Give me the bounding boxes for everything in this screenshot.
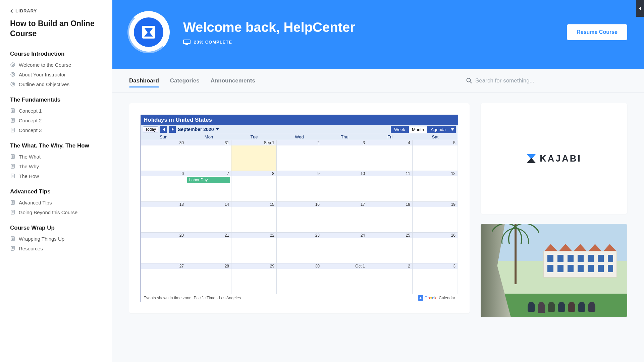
panel-collapse-handle[interactable] [636,0,644,17]
calendar-cell[interactable]: 29 [231,263,277,294]
calendar-cell-date: 2 [367,263,412,269]
calendar-cell[interactable]: 6 [141,171,186,202]
calendar-cell-date: 10 [322,171,367,176]
calendar-cell[interactable]: 4 [367,140,413,171]
calendar-cell[interactable]: 14 [186,202,231,233]
sidebar-lesson[interactable]: The Why [10,162,102,171]
calendar-cell[interactable]: 27 [141,263,186,294]
svg-point-5 [12,83,14,85]
calendar-cell-date: 12 [413,171,458,176]
search-input[interactable] [475,77,627,84]
tabs-row: DashboardCategoriesAnnouncements [112,69,644,93]
calendar-cell[interactable]: 2 [367,263,413,294]
calendar-cell[interactable]: 10 [322,171,367,202]
sidebar-lesson[interactable]: Concept 2 [10,116,102,125]
calendar-cell[interactable]: Oct 1 [322,263,367,294]
calendar-embed: Holidays in United States Today Septembe… [141,115,458,302]
calendar-cell[interactable]: 18 [367,202,413,233]
sidebar-lesson[interactable]: Outline and Objectives [10,79,102,89]
calendar-cell[interactable]: 24 [322,233,367,263]
calendar-cell[interactable]: 21 [186,233,231,263]
calendar-view-dropdown[interactable] [449,126,456,133]
calendar-cell-date: 3 [413,263,458,269]
calendar-view-agenda[interactable]: Agenda [427,126,449,133]
calendar-cell-date: 19 [413,202,458,207]
calendar-event[interactable]: Labor Day [187,177,230,183]
library-back-link[interactable]: LIBRARY [10,8,102,13]
target-icon [10,72,15,77]
calendar-view-month[interactable]: Month [409,126,427,133]
plus-icon: + [418,295,423,301]
calendar-cell[interactable]: 17 [322,202,367,233]
calendar-cell[interactable]: 9 [277,171,322,202]
month-picker[interactable]: September 2020 [178,127,219,132]
svg-rect-15 [142,26,155,39]
calendar-cell[interactable]: Sep 1 [231,140,277,171]
calendar-cell[interactable]: 3 [413,263,458,294]
sidebar-lesson[interactable]: Wrapping Things Up [10,234,102,244]
calendar-cell-date: 3 [322,140,367,145]
calendar-cell[interactable]: 31 [186,140,231,171]
sidebar-lesson-label: About Your Instructor [19,72,66,77]
sidebar-section-title[interactable]: The What. The Why. The How [10,142,102,149]
tab-categories[interactable]: Categories [170,70,200,92]
sidebar-section-title[interactable]: Course Introduction [10,51,102,57]
prev-month-button[interactable] [160,126,167,133]
sidebar-lesson[interactable]: The What [10,152,102,162]
calendar-cell-date: 30 [277,263,322,269]
svg-point-0 [11,63,15,67]
sidebar-lesson[interactable]: About Your Instructor [10,70,102,79]
sidebar-lesson[interactable]: Advanced Tips [10,198,102,207]
sidebar-lesson[interactable]: Resources [10,244,102,253]
sidebar-lesson[interactable]: Concept 3 [10,125,102,135]
sidebar-section-title[interactable]: Course Wrap Up [10,225,102,231]
calendar-cell[interactable]: 30 [141,140,186,171]
sidebar: LIBRARY How to Build an Online Course Co… [0,0,112,362]
sidebar-lesson[interactable]: Welcome to the Course [10,60,102,70]
tab-announcements[interactable]: Announcements [211,70,255,92]
sidebar-lesson[interactable]: The How [10,171,102,181]
brand-card[interactable]: KAJABI [481,103,627,214]
kajabi-mark-icon [526,154,536,164]
calendar-cell[interactable]: 22 [231,233,277,263]
promo-image-card[interactable] [481,224,627,317]
calendar-cell[interactable]: 8 [231,171,277,202]
sidebar-lesson[interactable]: Going Beyond this Course [10,207,102,217]
calendar-cell[interactable]: 19 [413,202,458,233]
calendar-cell-date: 2 [277,140,322,145]
sidebar-section-title[interactable]: Advanced Tips [10,188,102,195]
next-month-button[interactable] [169,126,176,133]
calendar-cell-date: 21 [186,233,231,238]
sidebar-lesson[interactable]: Concept 1 [10,106,102,116]
main: Welcome back, HelpCenter 23% COMPLETE Re… [112,0,644,362]
calendar-cell-date: 28 [186,263,231,269]
tab-dashboard[interactable]: Dashboard [129,70,159,92]
calendar-cell-date: 9 [277,171,322,176]
google-calendar-brand[interactable]: + Google Calendar [418,295,455,301]
calendar-cell[interactable]: 15 [231,202,277,233]
calendar-cell[interactable]: 30 [277,263,322,294]
calendar-cell[interactable]: 5 [413,140,458,171]
calendar-view-week[interactable]: Week [391,126,409,133]
calendar-cell[interactable]: 26 [413,233,458,263]
progress-row: 23% COMPLETE [183,40,567,45]
calendar-cell[interactable]: 16 [277,202,322,233]
kajabi-mark-icon [140,24,157,41]
sidebar-section-title[interactable]: The Fundamentals [10,97,102,103]
calendar-cell-date: 6 [141,171,186,176]
calendar-cell[interactable]: 28 [186,263,231,294]
calendar-cell[interactable]: 7Labor Day [186,171,231,202]
calendar-cell[interactable]: 13 [141,202,186,233]
today-button[interactable]: Today [143,126,158,132]
calendar-cell[interactable]: 12 [413,171,458,202]
calendar-cell[interactable]: 11 [367,171,413,202]
library-label: LIBRARY [15,8,37,13]
calendar-cell[interactable]: 23 [277,233,322,263]
calendar-cell-date: 20 [141,233,186,238]
calendar-cell[interactable]: 3 [322,140,367,171]
calendar-cell[interactable]: 25 [367,233,413,263]
resume-course-button[interactable]: Resume Course [567,24,627,40]
calendar-cell[interactable]: 20 [141,233,186,263]
calendar-cell[interactable]: 2 [277,140,322,171]
doc-icon [10,236,15,241]
